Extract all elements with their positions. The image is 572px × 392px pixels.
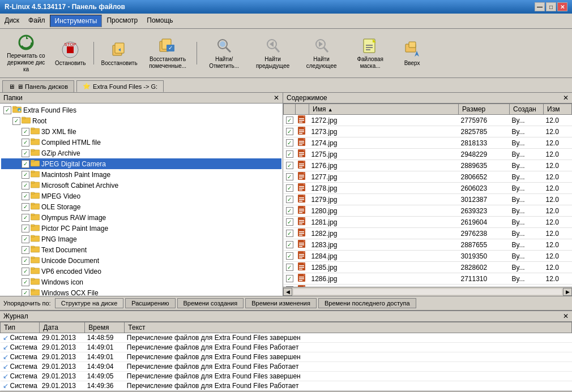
tree-checkbox[interactable]: ✓ [22, 171, 29, 179]
table-row[interactable]: ✓1273.jpg2825785Вy...12.0 [284, 126, 572, 137]
tree-checkbox[interactable]: ✓ [22, 192, 29, 200]
table-row[interactable]: ✓1279.jpg3012387Вy...12.0 [284, 194, 572, 205]
folders-close-button[interactable]: ✕ [274, 94, 279, 102]
tree-checkbox[interactable]: ✓ [3, 106, 11, 114]
tree-checkbox[interactable]: ✓ [22, 203, 29, 211]
tree-checkbox[interactable]: ✓ [22, 289, 29, 296]
sort-tab-modified[interactable]: Времени изменения [245, 298, 317, 308]
table-row[interactable]: ✓1277.jpg2806652Вy...12.0 [284, 171, 572, 183]
table-row[interactable]: ✓1278.jpg2606023Вy...12.0 [284, 183, 572, 194]
file-checkbox[interactable]: ✓ [284, 228, 296, 239]
file-checkbox[interactable]: ✓ [284, 194, 296, 205]
scroll-left-button[interactable]: ◀ [283, 288, 292, 296]
minimize-button[interactable]: — [535, 2, 545, 11]
sort-tab-accessed[interactable]: Времени последнего доступа [318, 298, 416, 308]
table-row[interactable]: ✓1274.jpg2818133Вy...12.0 [284, 137, 572, 149]
col-checkbox[interactable] [284, 104, 296, 115]
menu-help[interactable]: Помощь [142, 15, 177, 27]
folders-tree[interactable]: ✓★Extra Found Files✓Root✓3D XML file✓Com… [0, 104, 283, 296]
scroll-right-button[interactable]: ▶ [563, 288, 572, 296]
journal-col-text[interactable]: Текст [125, 322, 572, 333]
tree-item[interactable]: ✓MPEG Video [1, 191, 281, 201]
find-prev-button[interactable]: Найти предыдущее [249, 35, 297, 72]
file-checkbox[interactable]: ✓ [284, 262, 296, 273]
table-row[interactable]: ✓1284.jpg3019350Вy...12.0 [284, 251, 572, 262]
refresh-button[interactable]: Перечитать содержимое диска [2, 31, 50, 75]
tree-item[interactable]: ✓OLE Storage [1, 201, 281, 212]
menu-file[interactable]: Файл [24, 15, 50, 27]
sort-tab-extension[interactable]: Расширению [125, 298, 175, 308]
up-button[interactable]: Вверх [395, 38, 429, 68]
tree-item[interactable]: ✓Unicode Document [1, 255, 281, 266]
menu-disk[interactable]: Диск [0, 15, 24, 27]
file-checkbox[interactable]: ✓ [284, 251, 296, 262]
tree-checkbox[interactable]: ✓ [22, 278, 29, 286]
table-row[interactable]: ✓1285.jpg2828602Вy...12.0 [284, 262, 572, 273]
file-checkbox[interactable]: ✓ [284, 171, 296, 183]
find-mark-button[interactable]: Найти/Отметить... [200, 35, 248, 72]
col-name[interactable]: Имя ▲ [309, 104, 459, 115]
tree-item[interactable]: ✓PNG Image [1, 234, 281, 244]
maximize-button[interactable]: □ [546, 2, 556, 11]
tree-item[interactable]: ✓Root [1, 115, 281, 126]
table-row[interactable]: ✓1280.jpg2639323Вy...12.0 [284, 205, 572, 217]
tab-disk-panel[interactable]: 🖥 🖥 Панель дисков [2, 80, 74, 92]
tree-item[interactable]: ✓Pictor PC Paint Image [1, 223, 281, 234]
journal-col-type[interactable]: Тип [1, 322, 40, 333]
journal-col-date[interactable]: Дата [40, 322, 85, 333]
horizontal-scrollbar[interactable]: ◀ ▶ [283, 287, 572, 296]
tree-item[interactable]: ✓Olympus RAW image [1, 212, 281, 223]
content-close-button[interactable]: ✕ [563, 94, 569, 102]
tab-extra-found[interactable]: ⭐ Extra Found Files -> G: [76, 80, 164, 92]
col-created[interactable]: Создан [510, 104, 544, 115]
tree-checkbox[interactable]: ✓ [22, 160, 29, 168]
tree-checkbox[interactable]: ✓ [22, 268, 29, 275]
file-checkbox[interactable]: ✓ [284, 205, 296, 217]
tree-checkbox[interactable]: ✓ [22, 214, 29, 222]
tree-checkbox[interactable]: ✓ [22, 235, 29, 243]
journal-scroll[interactable]: Тип Дата Время Текст ↙Система29.01.20131… [0, 322, 572, 391]
file-checkbox[interactable]: ✓ [284, 160, 296, 171]
content-scroll[interactable]: Имя ▲ Размер Создан Изм ✓1272.jpg2775976… [283, 104, 572, 287]
tree-item[interactable]: ✓Microsoft Cabinet Archive [1, 180, 281, 191]
col-size[interactable]: Размер [459, 104, 510, 115]
tree-item[interactable]: ✓3D XML file [1, 126, 281, 137]
journal-col-time[interactable]: Время [85, 322, 125, 333]
file-checkbox[interactable]: ✓ [284, 183, 296, 194]
table-row[interactable]: ✓1286.jpg2711310Вy...12.0 [284, 273, 572, 285]
table-row[interactable]: ✓1281.jpg2619604Вy...12.0 [284, 217, 572, 228]
journal-close-button[interactable]: ✕ [563, 312, 569, 320]
tree-checkbox[interactable]: ✓ [22, 182, 29, 189]
file-mask-button[interactable]: Файловая маска... [347, 35, 394, 72]
tree-checkbox[interactable]: ✓ [22, 225, 29, 232]
file-checkbox[interactable]: ✓ [284, 239, 296, 251]
tree-item[interactable]: ✓Compiled HTML file [1, 137, 281, 148]
file-checkbox[interactable]: ✓ [284, 273, 296, 285]
sort-tab-created[interactable]: Времени создания [177, 298, 244, 308]
tree-item[interactable]: ✓Text Document [1, 244, 281, 255]
file-checkbox[interactable]: ✓ [284, 126, 296, 137]
table-row[interactable]: ✓1283.jpg2887655Вy...12.0 [284, 239, 572, 251]
file-checkbox[interactable]: ✓ [284, 115, 296, 126]
tree-item[interactable]: ✓Windows OCX File [1, 287, 281, 296]
tree-item[interactable]: ✓Windows icon [1, 277, 281, 287]
tree-item[interactable]: ✓JPEG Digital Camera [1, 158, 281, 169]
tree-checkbox[interactable]: ✓ [12, 117, 20, 125]
tree-checkbox[interactable]: ✓ [22, 257, 29, 265]
file-checkbox[interactable]: ✓ [284, 149, 296, 160]
menu-tools[interactable]: Инструменты [50, 15, 103, 27]
stop-button[interactable]: STOP Остановить [51, 38, 90, 68]
col-modified[interactable]: Изм [544, 104, 572, 115]
tree-item[interactable]: ✓Macintosh Paint Image [1, 169, 281, 180]
table-row[interactable]: ✓1272.jpg2775976Вy...12.0 [284, 115, 572, 126]
find-next-button[interactable]: Найти следующее [298, 35, 345, 72]
sort-tab-structure[interactable]: Структуре на диске [55, 298, 124, 308]
table-row[interactable]: ✓1275.jpg2948229Вy...12.0 [284, 149, 572, 160]
tree-item[interactable]: ✓★Extra Found Files [1, 105, 281, 115]
tree-checkbox[interactable]: ✓ [22, 149, 29, 157]
restore-button[interactable]: Восстановить [97, 38, 142, 68]
file-checkbox[interactable]: ✓ [284, 137, 296, 149]
table-row[interactable]: ✓1276.jpg2889635Вy...12.0 [284, 160, 572, 171]
menu-view[interactable]: Просмотр [102, 15, 142, 27]
restore-marked-button[interactable]: ✓ Восстановить помеченные... [143, 35, 193, 72]
